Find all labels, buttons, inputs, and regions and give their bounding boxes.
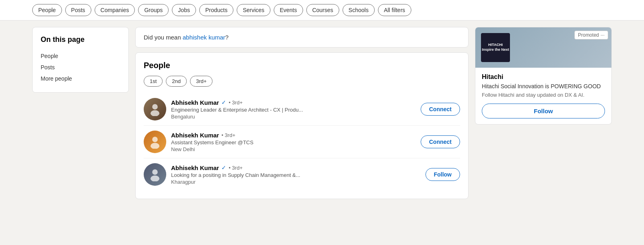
filter-bar: People Posts Companies Groups Jobs Produ… bbox=[0, 0, 644, 21]
filter-courses[interactable]: Courses bbox=[306, 4, 339, 16]
promoted-badge: Promoted ··· bbox=[574, 31, 608, 39]
ad-description: Follow Hitachi and stay updated on DX & … bbox=[482, 92, 605, 98]
did-you-mean-card: Did you mean abhishek kumar? bbox=[135, 27, 469, 48]
filter-products[interactable]: Products bbox=[199, 4, 233, 16]
person-title: Engineering Leader & Enterprise Architec… bbox=[171, 107, 416, 113]
right-sidebar: HITACHI Inspire the Next Promoted ··· Hi… bbox=[475, 27, 612, 199]
person-info: Abhisekh Kumar ✓ • 3rd+ Engineering Lead… bbox=[171, 99, 416, 120]
more-options-icon[interactable]: ··· bbox=[601, 32, 605, 38]
filter-schools[interactable]: Schools bbox=[343, 4, 375, 16]
degree-filter-tags: 1st 2nd 3rd+ bbox=[144, 76, 460, 87]
people-section-title: People bbox=[144, 61, 460, 70]
ad-tagline: Hitachi Social Innovation is POWERING GO… bbox=[482, 83, 605, 89]
person-name: Abhisekh Kumar bbox=[171, 164, 219, 171]
filter-posts[interactable]: Posts bbox=[65, 4, 91, 16]
promoted-label: Promoted bbox=[578, 32, 599, 38]
person-title: Looking for a positing in Supply Chain M… bbox=[171, 172, 421, 178]
did-you-mean-prefix: Did you mean bbox=[144, 34, 183, 41]
person-row: Abhisekh Kumar ✓ • 3rd+ Looking for a po… bbox=[144, 158, 460, 191]
avatar bbox=[144, 98, 166, 120]
degree-badge: • 3rd+ bbox=[229, 165, 243, 171]
people-card: People 1st 2nd 3rd+ Abhisekh Kumar bbox=[135, 52, 469, 199]
ad-body: Hitachi Hitachi Social Innovation is POW… bbox=[475, 68, 611, 124]
sidebar-item-people[interactable]: People bbox=[41, 50, 120, 62]
svg-point-0 bbox=[152, 104, 158, 110]
filter-jobs[interactable]: Jobs bbox=[172, 4, 196, 16]
filter-tag-2nd[interactable]: 2nd bbox=[166, 76, 187, 87]
person-row: Abhisekh Kumar • 3rd+ Assistant Systems … bbox=[144, 126, 460, 158]
ad-card: HITACHI Inspire the Next Promoted ··· Hi… bbox=[475, 27, 612, 125]
avatar bbox=[144, 131, 166, 153]
svg-point-4 bbox=[152, 169, 158, 175]
person-info: Abhisekh Kumar • 3rd+ Assistant Systems … bbox=[171, 132, 416, 152]
person-name-row: Abhisekh Kumar ✓ • 3rd+ bbox=[171, 99, 416, 106]
person-name: Abhisekh Kumar bbox=[171, 132, 219, 139]
ad-logo-text: HITACHI Inspire the Next bbox=[482, 43, 509, 52]
ad-company-name: Hitachi bbox=[482, 73, 605, 81]
person-title: Assistant Systems Engineer @TCS bbox=[171, 139, 416, 145]
ad-logo: HITACHI Inspire the Next bbox=[481, 33, 510, 62]
filter-people[interactable]: People bbox=[32, 4, 62, 16]
sidebar-title: On this page bbox=[41, 35, 120, 44]
person-info: Abhisekh Kumar ✓ • 3rd+ Looking for a po… bbox=[171, 164, 421, 185]
follow-button-3[interactable]: Follow bbox=[425, 168, 460, 181]
filter-events[interactable]: Events bbox=[274, 4, 303, 16]
sidebar-item-more-people[interactable]: More people bbox=[41, 73, 120, 84]
filter-tag-1st[interactable]: 1st bbox=[144, 76, 163, 87]
person-name: Abhisekh Kumar bbox=[171, 99, 219, 106]
avatar bbox=[144, 163, 166, 186]
svg-point-2 bbox=[152, 137, 158, 142]
filter-groups[interactable]: Groups bbox=[138, 4, 169, 16]
filter-companies[interactable]: Companies bbox=[95, 4, 135, 16]
degree-badge: • 3rd+ bbox=[221, 132, 235, 138]
connect-button-1[interactable]: Connect bbox=[421, 103, 460, 116]
person-location: New Delhi bbox=[171, 146, 416, 152]
svg-point-3 bbox=[151, 143, 159, 149]
svg-point-1 bbox=[151, 110, 159, 116]
degree-badge: • 3rd+ bbox=[229, 100, 243, 106]
sidebar: On this page People Posts More people bbox=[32, 27, 129, 93]
ad-follow-button[interactable]: Follow bbox=[482, 104, 605, 118]
ad-header: HITACHI Inspire the Next Promoted ··· bbox=[475, 27, 611, 68]
filter-services[interactable]: Services bbox=[237, 4, 270, 16]
person-location: Bengaluru bbox=[171, 114, 416, 120]
person-row: Abhisekh Kumar ✓ • 3rd+ Engineering Lead… bbox=[144, 93, 460, 126]
sidebar-item-posts[interactable]: Posts bbox=[41, 62, 120, 73]
filter-all[interactable]: All filters bbox=[378, 4, 411, 16]
verified-icon: ✓ bbox=[221, 164, 226, 171]
person-name-row: Abhisekh Kumar • 3rd+ bbox=[171, 132, 416, 139]
did-you-mean-suffix: ? bbox=[225, 34, 229, 41]
person-location: Kharagpur bbox=[171, 179, 421, 185]
person-name-row: Abhisekh Kumar ✓ • 3rd+ bbox=[171, 164, 421, 171]
main-content: On this page People Posts More people Di… bbox=[0, 21, 644, 206]
verified-icon: ✓ bbox=[221, 99, 226, 106]
center-panel: Did you mean abhishek kumar? People 1st … bbox=[135, 27, 469, 199]
connect-button-2[interactable]: Connect bbox=[421, 135, 460, 148]
svg-point-5 bbox=[151, 176, 159, 181]
filter-tag-3rd[interactable]: 3rd+ bbox=[190, 76, 213, 87]
did-you-mean-link[interactable]: abhishek kumar bbox=[183, 34, 225, 41]
